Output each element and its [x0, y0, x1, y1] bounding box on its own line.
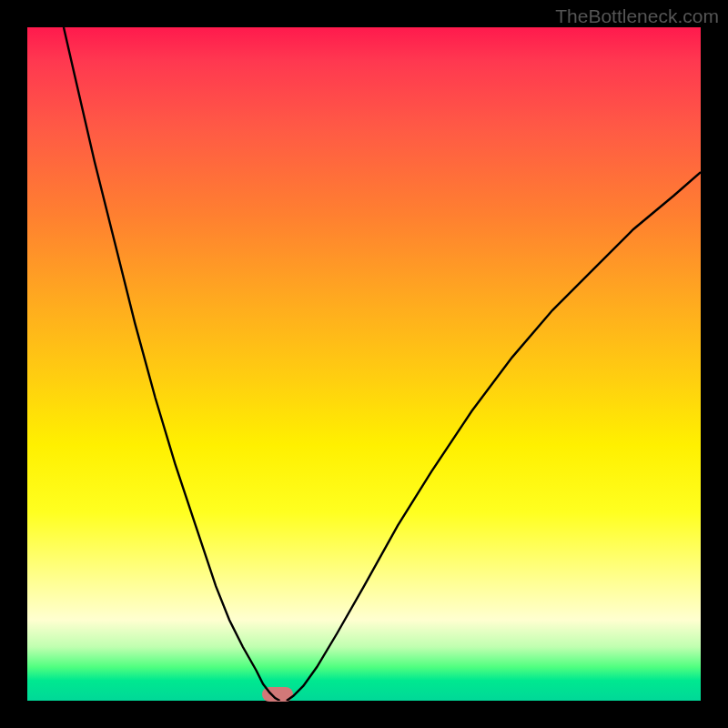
plot-area: [27, 27, 701, 701]
curve-svg: [27, 27, 701, 701]
chart-container: TheBottleneck.com: [0, 0, 728, 728]
watermark-text: TheBottleneck.com: [555, 5, 719, 27]
curve-left-path: [64, 27, 280, 701]
curve-right-path: [287, 172, 701, 701]
